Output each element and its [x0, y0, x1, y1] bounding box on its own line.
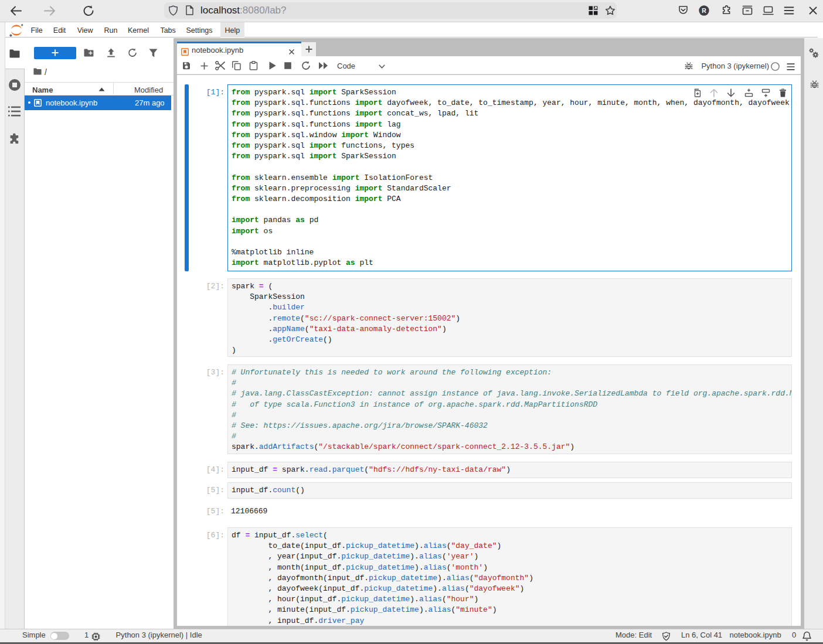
svg-text:R: R: [702, 7, 706, 14]
